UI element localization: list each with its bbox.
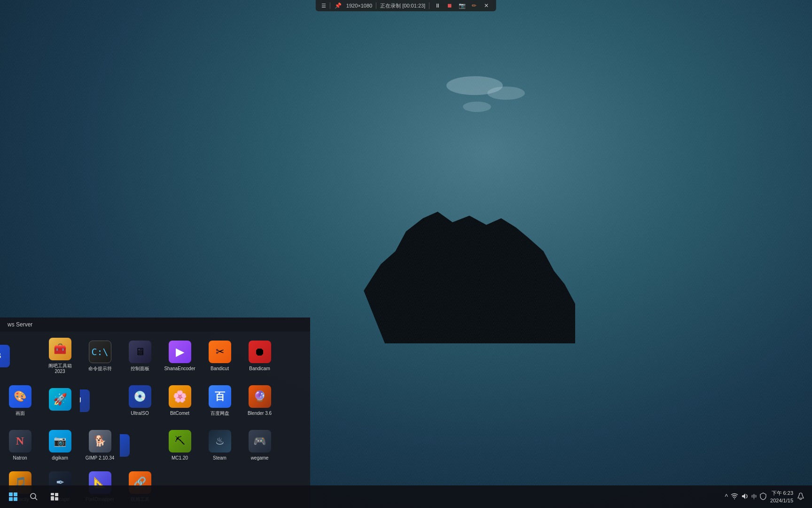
toolbar-divider (429, 2, 429, 9)
tray-up-arrow[interactable]: ^ (725, 493, 728, 500)
digikam-label: digikam (52, 455, 68, 461)
wegame-label: wegame (251, 455, 269, 461)
taskbar-right: ^ 中 下 (725, 489, 808, 505)
natron-icon: N (9, 430, 31, 452)
taskbar: ^ 中 下 (0, 485, 812, 508)
toolkit-label: 阁吧工具箱2023 (48, 363, 72, 374)
svg-rect-3 (14, 497, 17, 501)
tray-language-icon[interactable]: 中 (751, 493, 757, 501)
cloud (487, 87, 525, 100)
ultraiso-icon: 💿 (129, 385, 151, 408)
blender-label: Blender 3.6 (248, 411, 272, 416)
svg-line-5 (35, 498, 38, 500)
app-rocket[interactable]: 🚀 (40, 378, 80, 423)
wegame-icon: 🎮 (249, 430, 271, 452)
search-button[interactable] (24, 487, 43, 506)
svg-rect-9 (55, 497, 58, 500)
app-bandicam[interactable]: ⏺ Bandicam (240, 333, 280, 378)
cmd-label: 命令提示符 (88, 366, 112, 372)
app-partial-row3[interactable]: S (120, 423, 134, 468)
natron-label: Natron (13, 455, 27, 461)
server-partial-icon: S (120, 434, 130, 457)
app-shana[interactable]: ▶ ShanaEncoder (160, 333, 200, 378)
ultraiso-label: UltraISO (131, 411, 148, 416)
steam-icon: ♨ (209, 430, 231, 452)
gimp-label: GIMP 2.10.34 (86, 455, 115, 461)
app-oneblock-partial[interactable]: B (0, 333, 14, 378)
app-digikam[interactable]: 📷 digikam (40, 423, 80, 468)
mc-label: MC1.20 (172, 455, 188, 461)
widgets-button[interactable] (45, 487, 64, 506)
timer-display: 正在录制 [00:01:23] (380, 2, 425, 9)
tray-security-icon[interactable] (760, 492, 766, 501)
bandicut-icon: ✂ (209, 341, 231, 363)
start-button[interactable] (4, 487, 23, 506)
system-clock[interactable]: 下午 6:232024/1/15 (770, 489, 793, 505)
app-mc[interactable]: ⛏ MC1.20 (160, 423, 200, 468)
resolution-display: 1920×1080 (346, 3, 372, 8)
huajian-icon: 🎨 (9, 385, 31, 408)
bandicut-label: Bandicut (211, 366, 229, 372)
app-huajian[interactable]: 🎨 画面 (0, 378, 40, 423)
tray-wifi-icon[interactable] (731, 492, 738, 501)
control-label: 控制面板 (131, 366, 149, 372)
close-recording-btn[interactable]: ✕ (482, 1, 491, 10)
toolkit-icon: 🧰 (49, 338, 71, 360)
app-grid: B 🧰 阁吧工具箱2023 C:\ 命令提示符 🖥 控制面板 ▶ (0, 332, 310, 508)
baidu-label: 百度网盘 (211, 411, 229, 416)
oneblock-icon: B (0, 345, 10, 367)
svg-rect-1 (14, 492, 17, 496)
app-partial-row2[interactable]: U (80, 378, 94, 423)
app-bandicut[interactable]: ✂ Bandicut (200, 333, 240, 378)
ultraiso-partial-icon: U (80, 389, 90, 412)
bandicam-label: Bandicam (249, 366, 270, 372)
app-bitcomet[interactable]: 🌸 BitComet (160, 378, 200, 423)
toolbar-divider (330, 2, 330, 9)
tray-volume-icon[interactable] (741, 492, 749, 501)
app-cmd[interactable]: C:\ 命令提示符 (80, 333, 120, 378)
recording-toolbar: ☰ 📌 1920×1080 正在录制 [00:01:23] ⏸ ⏹ 📷 ✏ ✕ (316, 0, 496, 11)
taskbar-left (4, 487, 64, 506)
start-menu-title-text: ws Server (8, 321, 32, 328)
app-natron[interactable]: N Natron (0, 423, 40, 468)
stop-btn[interactable]: ⏹ (445, 1, 454, 10)
start-menu-title: ws Server (0, 318, 310, 332)
taskbar-tray: ^ 中 (725, 492, 766, 501)
app-toolkit[interactable]: 🧰 阁吧工具箱2023 (40, 333, 80, 378)
blender-icon: 🔮 (249, 385, 271, 408)
control-icon: 🖥 (129, 341, 151, 363)
notification-icon[interactable] (797, 492, 804, 501)
app-ultraiso[interactable]: 💿 UltraISO (120, 378, 160, 423)
app-baidu[interactable]: 百 百度网盘 (200, 378, 240, 423)
svg-point-10 (734, 498, 735, 499)
mc-icon: ⛏ (169, 430, 191, 452)
digikam-icon: 📷 (49, 430, 71, 452)
cmd-icon: C:\ (89, 341, 111, 363)
steam-label: Steam (213, 455, 226, 461)
gimp-icon: 🐕 (89, 430, 111, 452)
app-wegame[interactable]: 🎮 wegame (240, 423, 280, 468)
svg-point-4 (31, 493, 36, 499)
pin-icon[interactable]: 📌 (334, 1, 343, 10)
bitcomet-label: BitComet (170, 411, 189, 416)
pause-btn[interactable]: ⏸ (433, 1, 442, 10)
app-steam[interactable]: ♨ Steam (200, 423, 240, 468)
screenshot-btn[interactable]: 📷 (458, 1, 466, 10)
app-gimp[interactable]: 🐕 GIMP 2.10.34 (80, 423, 120, 468)
app-control[interactable]: 🖥 控制面板 (120, 333, 160, 378)
bandicam-icon: ⏺ (249, 341, 271, 363)
svg-rect-8 (51, 496, 54, 500)
cloud (463, 102, 491, 112)
svg-rect-7 (55, 493, 58, 496)
bitcomet-icon: 🌸 (169, 385, 191, 408)
app-blender[interactable]: 🔮 Blender 3.6 (240, 378, 280, 423)
toolbar-divider (376, 2, 376, 9)
baidu-icon: 百 (209, 385, 231, 408)
huajian-label: 画面 (16, 411, 25, 416)
svg-rect-6 (51, 493, 54, 495)
start-menu: ws Server B 🧰 阁吧工具箱2023 C:\ 命令提示符 (0, 318, 310, 508)
shana-label: ShanaEncoder (164, 366, 195, 372)
svg-rect-2 (9, 497, 13, 501)
pen-btn[interactable]: ✏ (470, 1, 478, 10)
toolbar-menu-btn[interactable]: ☰ (321, 3, 326, 9)
